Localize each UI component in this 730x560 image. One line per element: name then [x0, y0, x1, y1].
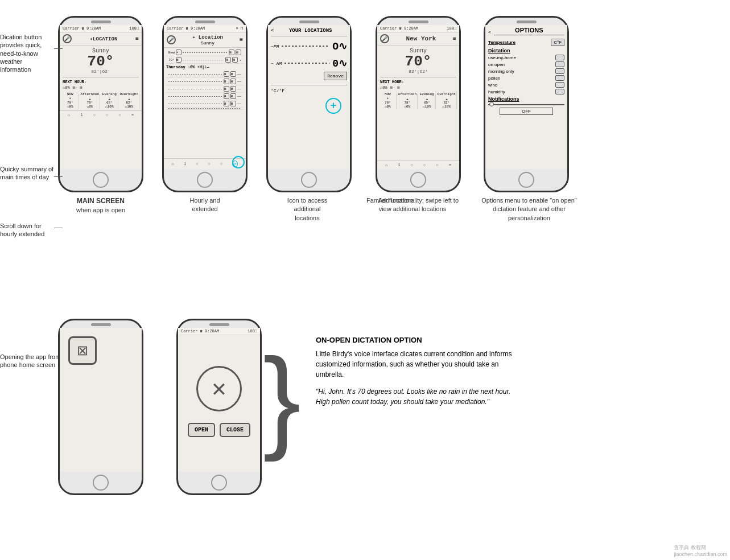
nav-2-3[interactable]: ○ — [196, 162, 198, 166]
hour-afternoon-ny: Afternoon☁78°⌂0% — [398, 92, 418, 109]
nav-icon-5[interactable]: ○ — [118, 113, 121, 117]
humidity-toggle[interactable] — [555, 89, 564, 94]
phone-newyork: Carrier ☎ 9:20AM 100□ 🎤 New York ≡ Sunny… — [376, 16, 461, 192]
nav-2-1[interactable]: ⌂ — [172, 162, 174, 166]
nav-4-4[interactable]: ○ — [423, 163, 426, 167]
menu-icon-2[interactable]: ≡ — [240, 37, 243, 43]
caption-main: MAIN SCREEN when app is open — [58, 196, 143, 215]
notifications-slider-thumb[interactable] — [489, 102, 494, 106]
nav-icon-6[interactable]: ≡ — [131, 113, 134, 117]
caption-main-bold: MAIN SCREEN — [77, 197, 125, 205]
back-arrow[interactable]: < — [271, 28, 274, 34]
on-open-title: ON-OPEN DICTATION OPTION — [316, 336, 515, 344]
phone-locations: < YOUR LOCATIONS ~PM O∿ ~ AM 0∿ — [266, 16, 352, 192]
morning-only-toggle[interactable] — [555, 68, 564, 74]
pollen-row: pollen — [488, 75, 564, 81]
options-back[interactable]: < — [488, 30, 491, 35]
menu-icon-4[interactable]: ≡ — [453, 36, 456, 42]
mic-icon-2[interactable]: 🎤 — [167, 35, 176, 44]
phone-dictation: Carrier ☎ 9:20AM 100□ ✕ OPEN CLOSE — [176, 319, 262, 495]
home-btn-6[interactable] — [93, 475, 109, 491]
ext-row-7: ⊠ ⊠ —— — [166, 100, 244, 108]
mic-icon-4[interactable]: 🎤 — [380, 34, 389, 43]
newyork-header: 🎤 New York ≡ — [377, 32, 459, 46]
nav-2-5[interactable]: ○ — [220, 162, 222, 166]
mic-icon-1[interactable]: 🎤 — [63, 34, 72, 43]
homescreen-content: ⊠ — [60, 328, 142, 373]
open-button[interactable]: OPEN — [188, 423, 215, 437]
caption-locations: Icon to accessadditionallocations — [256, 196, 358, 223]
ext-arrow: › — [239, 58, 241, 62]
caption-locations-text: Icon to accessadditionallocations — [287, 197, 327, 221]
phone-top-bar-2 — [164, 18, 246, 25]
wind-toggle[interactable] — [555, 82, 564, 88]
notifications-slider-track[interactable] — [488, 104, 564, 105]
temp-toggle[interactable]: C°F — [551, 39, 564, 46]
dictation-x-icon: ✕ — [196, 366, 242, 411]
hour-evening: Evening☁65°⌂10% — [101, 92, 118, 109]
next-hour-ny: NEXT HOUR: — [377, 79, 459, 85]
status-bar-7: Carrier ☎ 9:20AM 100□ — [178, 328, 260, 335]
nav-icon-4[interactable]: ○ — [106, 113, 108, 117]
remove-button[interactable]: Remove — [324, 72, 347, 80]
locations-title: YOUR LOCATIONS — [289, 28, 332, 34]
nav-4-6[interactable]: ≡ — [449, 163, 451, 167]
temp-ny: 70° — [378, 54, 458, 69]
am-label: ~ AM — [271, 61, 282, 66]
pollen-toggle[interactable] — [555, 75, 564, 81]
use-my-home-toggle[interactable] — [555, 55, 564, 60]
home-btn-3[interactable] — [301, 172, 317, 188]
humidity-row: humidity — [488, 89, 564, 94]
locations-divider — [271, 85, 347, 85]
nav-icon-2[interactable]: 1 — [80, 113, 83, 117]
app-icon[interactable]: ⊠ — [68, 336, 97, 365]
home-btn-1[interactable] — [93, 172, 109, 188]
carrier-1: Carrier ☎ 9:20AM — [63, 26, 101, 31]
ext-row-70: 70° ⊠ ⊠ ⊠ › — [166, 56, 244, 64]
nav-4-1[interactable]: ⌂ — [385, 163, 387, 167]
caption-hourly: Hourly andextended — [162, 196, 248, 214]
ext-icon-9: ⊠ — [224, 79, 229, 84]
nav-2-4[interactable]: ○ — [208, 162, 211, 166]
precip-icon-1: ⌂0% — [63, 85, 70, 90]
home-btn-4[interactable] — [410, 172, 426, 188]
nav-4-5[interactable]: ○ — [436, 163, 438, 167]
main-header: 🎤 ✦LOCATION ≡ — [60, 32, 142, 46]
options-title: OPTIONS — [494, 27, 564, 35]
hour-now-ny: NOW☀70°⌂0% — [380, 92, 397, 109]
home-btn-5[interactable] — [518, 172, 534, 188]
ext-icon-16: ⊠ — [230, 101, 236, 106]
nav-icon-3[interactable]: ○ — [93, 113, 96, 117]
ext-icon-13: ⊠ — [224, 93, 229, 99]
notifications-slider-row — [488, 103, 564, 106]
annotation-line-1 — [54, 48, 63, 49]
close-button[interactable]: CLOSE — [220, 423, 250, 437]
home-btn-2[interactable] — [197, 172, 213, 188]
hourly-grid-ny: NOW☀70°⌂0% Afternoon☁78°⌂0% Evening☁65°⌂… — [377, 90, 459, 110]
caption-newyork: Familer functionality; swipe left to vie… — [364, 196, 461, 214]
phone-top-bar-3 — [268, 18, 350, 25]
ext-icon-7: ⊠ — [224, 71, 229, 77]
nav-4-2[interactable]: 1 — [398, 163, 400, 167]
hourly-header: 🎤 ✦ Location Sunny ≡ — [164, 32, 246, 48]
on-open-toggle[interactable] — [555, 61, 564, 67]
ext-row-8 — [166, 108, 244, 110]
locations-screen-content: < YOUR LOCATIONS ~PM O∿ ~ AM 0∿ — [268, 25, 350, 169]
battery-4: 100□ — [447, 26, 456, 31]
precip-icons-1: ⊠— ⊠ — [73, 85, 83, 90]
morning-only-label: morning only — [488, 69, 514, 74]
ext-wavy-1 — [183, 52, 228, 53]
off-label: OFF — [500, 108, 553, 115]
home-btn-7[interactable] — [211, 475, 227, 491]
add-location-button[interactable]: + — [325, 98, 341, 114]
ext-wavy-7 — [168, 104, 222, 104]
notifications-section-label: Notifications — [488, 96, 564, 102]
location-name-2: ✦ Location — [192, 34, 223, 40]
nav-icon-1[interactable]: ⌂ — [68, 113, 70, 117]
speaker-3 — [299, 20, 319, 23]
nav-4-3[interactable]: ○ — [411, 163, 413, 167]
phone-homescreen: ⊠ — [58, 319, 143, 495]
ext-icon-12: ⊠ — [230, 86, 236, 92]
nav-2-2[interactable]: 1 — [184, 162, 186, 166]
menu-icon-1[interactable]: ≡ — [135, 36, 139, 42]
